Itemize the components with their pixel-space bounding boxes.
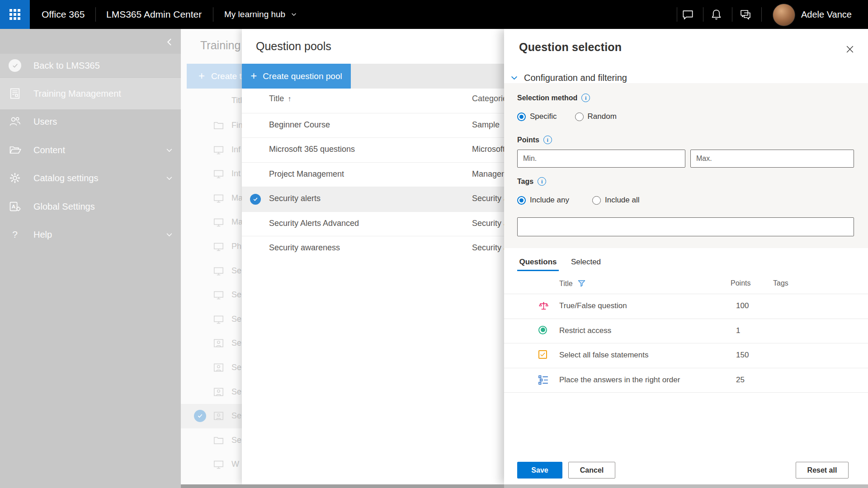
sidebar-item-label: Back to LMS365 (33, 61, 100, 71)
question-row[interactable]: True/False question 100 (504, 294, 868, 319)
close-button[interactable] (842, 42, 858, 57)
info-icon[interactable] (543, 136, 552, 144)
question-points: 100 (736, 301, 749, 310)
column-header-tags[interactable]: Tags (773, 279, 788, 287)
question-pool-row[interactable]: Security alerts Security aw (242, 187, 504, 211)
top-app-bar: Office 365 LMS365 Admin Center My learni… (0, 0, 868, 29)
question-pool-row[interactable]: Security awareness Security aw (242, 236, 504, 261)
tags-text: Tags (517, 178, 533, 186)
question-pools-list: Beginner Course Sample Microsoft 365 que… (242, 113, 504, 261)
sidebar-item-global-settings[interactable]: A Global Settings (0, 192, 181, 221)
sidebar-item-label: Content (33, 145, 65, 155)
filter-icon (577, 279, 586, 288)
topbar-divider (732, 7, 732, 22)
radio-random[interactable] (575, 113, 584, 121)
row-label: Se (231, 314, 241, 324)
navigation-sidebar: Back to LMS365 Training Management Users… (0, 29, 181, 488)
info-icon[interactable] (538, 177, 546, 186)
question-row[interactable]: Select all false statements 150 (504, 343, 868, 368)
row-type-icon (212, 241, 225, 253)
hub-menu-label: My learning hub (224, 9, 285, 19)
cancel-button[interactable]: Cancel (568, 462, 615, 479)
background-create-training-button: Create tr (187, 64, 242, 89)
tab-questions[interactable]: Questions (517, 254, 559, 271)
info-icon[interactable] (581, 94, 590, 102)
background-list-row: Ma (181, 186, 242, 211)
column-header-title[interactable]: Title ↑ (269, 94, 291, 103)
background-page-title: Training M (200, 39, 242, 52)
question-row[interactable]: Place the answers in the right order 25 (504, 368, 868, 393)
pool-category: Sample (472, 120, 504, 130)
app-launcher-button[interactable] (0, 0, 30, 29)
column-header-title[interactable]: Title (559, 279, 586, 288)
user-name[interactable]: Adele Vance (801, 0, 852, 29)
user-avatar[interactable] (773, 4, 795, 26)
points-min-input[interactable] (517, 150, 685, 168)
row-label: Int (231, 169, 241, 178)
people-icon (8, 115, 22, 128)
folder-open-icon (8, 143, 22, 157)
feedback-button[interactable] (678, 0, 698, 29)
notifications-button[interactable] (706, 0, 726, 29)
panel-title: Question selection (519, 41, 622, 54)
horizontal-scrollbar[interactable] (504, 484, 868, 488)
tab-selected[interactable]: Selected (570, 254, 602, 271)
admin-center-title[interactable]: LMS365 Admin Center (106, 0, 202, 29)
selection-method-label: Selection method (517, 94, 590, 102)
reset-all-button[interactable]: Reset all (796, 462, 849, 479)
svg-text:A: A (12, 203, 16, 209)
bell-icon (710, 9, 722, 21)
question-points: 25 (736, 375, 745, 385)
question-pool-row[interactable]: Project Management Managem (242, 162, 504, 187)
sidebar-item-content[interactable]: Content (0, 136, 181, 164)
row-label: W (231, 460, 239, 469)
column-header-points[interactable]: Points (731, 279, 750, 287)
pool-category: Managem (472, 169, 504, 179)
save-button[interactable]: Save (517, 462, 562, 479)
pool-title: Security awareness (269, 243, 340, 253)
radio-include-any[interactable] (517, 196, 526, 205)
column-header-categories[interactable]: Categories (472, 94, 504, 103)
column-title-label: Title (559, 280, 573, 288)
points-max-input[interactable] (690, 150, 854, 168)
sidebar-item-users[interactable]: Users (0, 108, 181, 136)
question-row[interactable]: Restrict access 1 (504, 319, 868, 343)
sidebar-collapse-button[interactable] (163, 35, 176, 49)
conversations-button[interactable] (736, 0, 755, 29)
row-type-icon (212, 144, 225, 156)
selected-check-icon (250, 194, 261, 205)
horizontal-scrollbar[interactable] (181, 484, 504, 488)
question-pool-row[interactable]: Microsoft 365 questions Microsoft (242, 137, 504, 162)
question-pools-panel: Question pools Create question pool Titl… (242, 29, 504, 484)
radio-random-label[interactable]: Random (588, 112, 617, 121)
chevron-down-icon (291, 11, 297, 18)
radio-specific-label[interactable]: Specific (530, 112, 557, 121)
row-label: Se (231, 290, 241, 300)
create-question-pool-button[interactable]: Create question pool (242, 64, 351, 89)
question-pool-row[interactable]: Beginner Course Sample (242, 113, 504, 138)
gear-icon (8, 171, 22, 185)
sidebar-item-training-management[interactable]: Training Management (0, 78, 181, 109)
question-selection-panel: Question selection Configuration and fil… (504, 29, 868, 484)
sidebar-item-back-to-lms365[interactable]: Back to LMS365 (0, 54, 181, 77)
radio-specific[interactable] (517, 113, 526, 121)
points-text: Points (517, 136, 539, 144)
brand-office365[interactable]: Office 365 (42, 0, 85, 29)
background-list-row: Se (181, 259, 242, 283)
tags-input[interactable] (517, 217, 854, 236)
radio-include-all[interactable] (592, 196, 601, 205)
sidebar-item-label: Training Management (33, 89, 121, 99)
document-icon (8, 87, 22, 100)
chevron-down-icon (165, 146, 173, 154)
radio-include-any-label[interactable]: Include any (530, 196, 569, 205)
background-list-row: Se (181, 307, 242, 332)
pool-title: Security Alerts Advanced (269, 219, 359, 228)
question-mark-icon: ? (8, 228, 22, 241)
background-list-row: W (181, 452, 242, 477)
radio-include-all-label[interactable]: Include all (605, 196, 640, 205)
sidebar-item-catalog-settings[interactable]: Catalog settings (0, 164, 181, 192)
question-pool-row[interactable]: Security Alerts Advanced Security aw (242, 211, 504, 236)
background-list-row: Ph (181, 235, 242, 259)
hub-menu-button[interactable]: My learning hub (224, 0, 297, 29)
sidebar-item-help[interactable]: ? Help (0, 221, 181, 249)
